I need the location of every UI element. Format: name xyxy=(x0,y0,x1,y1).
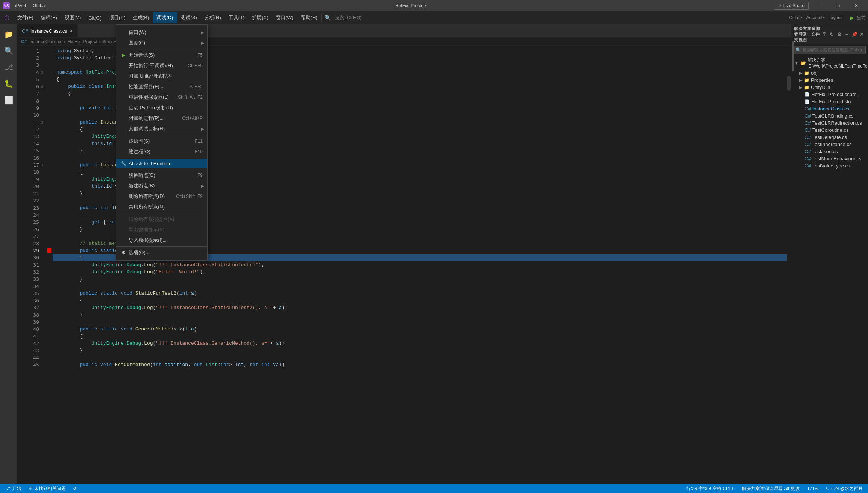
menu-help[interactable]: 帮助(H) xyxy=(297,12,321,23)
menu-git[interactable]: Git(G) xyxy=(84,13,105,23)
debug-menu-attach-ilruntime[interactable]: 🔧 Attach to ILRuntime xyxy=(116,159,207,168)
tree-item-sln[interactable]: 📄 HotFix_Project.sln xyxy=(791,98,868,105)
tree-item-testvaluetype[interactable]: C# TestValueType.cs xyxy=(791,162,868,169)
activity-debug[interactable]: 🐛 xyxy=(2,77,15,90)
activity-extensions[interactable]: ⬜ xyxy=(2,93,15,107)
menu-analyze[interactable]: 分析(N) xyxy=(201,12,225,23)
debug-menu-section-2: ▶ 开始调试(S) F5 开始执行(不调试)(H) Ctrl+F5 附加 Uni… xyxy=(116,49,207,135)
code-line-42: UnityEngine.Debug.Log("!!! InstanceClass… xyxy=(53,340,787,347)
explorer-close[interactable]: ✕ xyxy=(859,32,865,38)
debug-menu-step-over[interactable]: 逐过程(O) F10 xyxy=(116,146,207,157)
menu-global[interactable]: Global xyxy=(30,2,49,10)
status-arrows[interactable]: ⟳ xyxy=(72,486,78,491)
debug-menu-other-targets[interactable]: 其他调试目标(H) xyxy=(116,124,207,134)
tree-item-obj[interactable]: ▶ 📁 obj xyxy=(791,69,868,77)
breadcrumb-file[interactable]: InstanceClass.cs xyxy=(28,39,62,44)
menu-test[interactable]: 测试(S) xyxy=(177,12,200,23)
status-position[interactable]: 行:29 字符:9 空格 CRLF xyxy=(685,485,736,492)
debug-menu-delete-all-bp[interactable]: 删除所有断点(D) Ctrl+Shift+F9 xyxy=(116,191,207,202)
scrollbar-thumb[interactable] xyxy=(787,76,791,91)
tree-tv-icon: C# xyxy=(805,163,811,169)
tab-instanceclass[interactable]: C# InstanceClass.cs ✕ xyxy=(17,24,78,37)
collapse-ctor1[interactable]: ⊟ xyxy=(41,119,46,126)
attach-process-shortcut: Ctrl+Alt+P xyxy=(182,116,203,121)
live-share-button[interactable]: ↗ Live Share xyxy=(774,2,809,10)
menu-view[interactable]: 视图(V) xyxy=(61,12,84,23)
tree-item-unitydlls[interactable]: ▶ 📁 UnityDlls xyxy=(791,84,868,91)
status-branch[interactable]: ⎇ 开始 xyxy=(4,485,23,492)
vs-logo: ⬡ xyxy=(0,12,14,23)
tree-item-instanceclass[interactable]: C# InstanceClass.cs xyxy=(791,105,868,112)
ln-25: 25 xyxy=(17,219,39,226)
debug-menu-new-bp[interactable]: 新建断点(B) xyxy=(116,181,207,191)
debug-menu-toggle-bp[interactable]: 切换断点(G) F9 xyxy=(116,170,207,181)
debug-menu-attach-process[interactable]: 附加到进程(P)... Ctrl+Alt+P xyxy=(116,113,207,124)
explorer-settings[interactable]: ⚙ xyxy=(836,32,842,38)
tab-close-icon[interactable]: ✕ xyxy=(69,29,73,33)
debug-menu-graph[interactable]: 图形(C) xyxy=(116,38,207,48)
tree-item-csproj[interactable]: 📄 HotFix_Project.csproj xyxy=(791,91,868,98)
menu-window[interactable]: 窗口(W) xyxy=(272,12,297,23)
tree-item-testmono[interactable]: C# TestMonoBehaviour.cs xyxy=(791,155,868,162)
debug-menu-step-into[interactable]: 逐语句(S) F11 xyxy=(116,136,207,146)
debug-menu-start-no-debug[interactable]: 开始执行(不调试)(H) Ctrl+F5 xyxy=(116,60,207,71)
collapse-ctor2[interactable]: ⊟ xyxy=(41,161,46,169)
menu-extensions[interactable]: 扩展(X) xyxy=(248,12,272,23)
debug-menu-options[interactable]: ⚙ 选项(O)... xyxy=(116,247,207,258)
debug-menu-restart-perf[interactable]: 重启性能探索器(L) Shift+Alt+F2 xyxy=(116,92,207,103)
status-user[interactable]: CSDN @水之哲月 xyxy=(824,485,864,492)
tree-item-properties[interactable]: ▶ 📁 Properties xyxy=(791,77,868,84)
breadcrumb-ns[interactable]: HotFix_Project xyxy=(68,39,97,44)
status-errors[interactable]: ⚠ 未找到相关问题 xyxy=(27,485,67,492)
menu-file[interactable]: 文件(F) xyxy=(14,12,37,23)
tree-item-testcoroutine[interactable]: C# TestCoroutine.cs xyxy=(791,127,868,134)
menu-debug[interactable]: 调试(D) xyxy=(153,12,177,23)
editor-scrollbar[interactable] xyxy=(787,46,791,484)
toolbar-btn-run[interactable]: ▶ xyxy=(848,14,856,22)
debug-menu-disable-all-bp[interactable]: 禁用所有断点(N) xyxy=(116,202,207,212)
ln-9: 9 xyxy=(17,104,39,112)
status-explorer-link[interactable]: 解决方案资源管理器 Git 更改 xyxy=(740,485,801,492)
debug-menu-python[interactable]: 启动 Python 分析(U)... xyxy=(116,103,207,113)
explorer-pin[interactable]: 📌 xyxy=(851,32,857,38)
collapse-class[interactable]: ⊟ xyxy=(41,83,46,90)
tree-obj-label: obj xyxy=(811,70,817,76)
close-button[interactable]: ✕ xyxy=(848,0,865,11)
activity-git[interactable]: ⎇ xyxy=(2,60,15,74)
activity-explorer[interactable]: 📁 xyxy=(2,27,15,41)
minimize-button[interactable]: ─ xyxy=(812,0,829,11)
collapse-namespace[interactable]: ⊟ xyxy=(41,69,46,76)
debug-menu-start[interactable]: ▶ 开始调试(S) F5 xyxy=(116,50,207,60)
menu-tools[interactable]: 工具(T) xyxy=(225,12,248,23)
tree-sln-label: HotFix_Project.sln xyxy=(811,99,851,104)
tree-item-testjson[interactable]: C# TestJson.cs xyxy=(791,148,868,155)
menu-project[interactable]: 项目(P) xyxy=(105,12,129,23)
explorer-scrollbar-thumb[interactable] xyxy=(792,41,794,71)
maximize-button[interactable]: □ xyxy=(830,0,847,11)
status-zoom[interactable]: 121% xyxy=(806,486,820,491)
debug-menu-perf[interactable]: 性能查探器(F)... Alt+F2 xyxy=(116,81,207,92)
debug-menu-import-tips[interactable]: 导入数据提示(I)... xyxy=(116,235,207,246)
explorer-search-box[interactable]: 🔍 搜索解决方案资源管理器 (Ctrl+;) xyxy=(793,46,866,54)
tree-item-testinheritance[interactable]: C# TestInheritance.cs xyxy=(791,141,868,148)
tree-item-testdelegate[interactable]: C# TestDelegate.cs xyxy=(791,134,868,141)
tree-root[interactable]: ▼ 📂 解决方案 'E:\Work\Project\ILRunTimeTest.… xyxy=(791,56,868,69)
debug-menu-window[interactable]: 窗口(W) xyxy=(116,27,207,38)
debug-menu-attach-unity[interactable]: 附加 Unity 调试程序 xyxy=(116,71,207,81)
explorer-add[interactable]: + xyxy=(844,32,850,38)
ln-18: 18 xyxy=(17,169,39,176)
code-line-34 xyxy=(53,283,787,290)
activity-search[interactable]: 🔍 xyxy=(2,44,15,57)
explorer-header: 解决方案资源管理器 - 文件夹视图 ⤒ ↻ ⚙ + 📌 ✕ xyxy=(791,24,868,44)
tree-item-testclrbinding[interactable]: C# TestCLRBinding.cs xyxy=(791,112,868,119)
tree-props-icon: 📁 xyxy=(804,78,809,83)
menu-build[interactable]: 生成(B) xyxy=(129,12,153,23)
tree-item-testclrredirection[interactable]: C# TestCLRRedirection.cs xyxy=(791,119,868,127)
step-over-label: 逐过程(O) xyxy=(129,148,150,155)
menu-pivot[interactable]: iPivot xyxy=(12,2,29,10)
menu-edit[interactable]: 编辑(E) xyxy=(37,12,61,23)
explorer-collapse-all[interactable]: ⤒ xyxy=(821,32,827,38)
activity-bar: 📁 🔍 ⎇ 🐛 ⬜ xyxy=(0,24,17,484)
toolbar-search[interactable]: 🔍 xyxy=(324,14,332,22)
explorer-refresh[interactable]: ↻ xyxy=(829,32,835,38)
